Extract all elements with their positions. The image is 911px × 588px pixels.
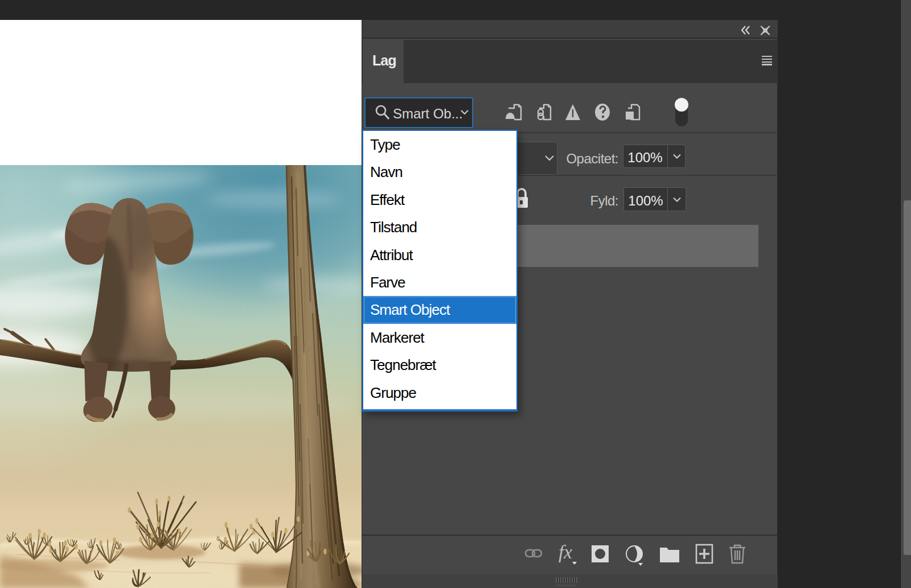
svg-text:fx: fx xyxy=(559,542,572,562)
